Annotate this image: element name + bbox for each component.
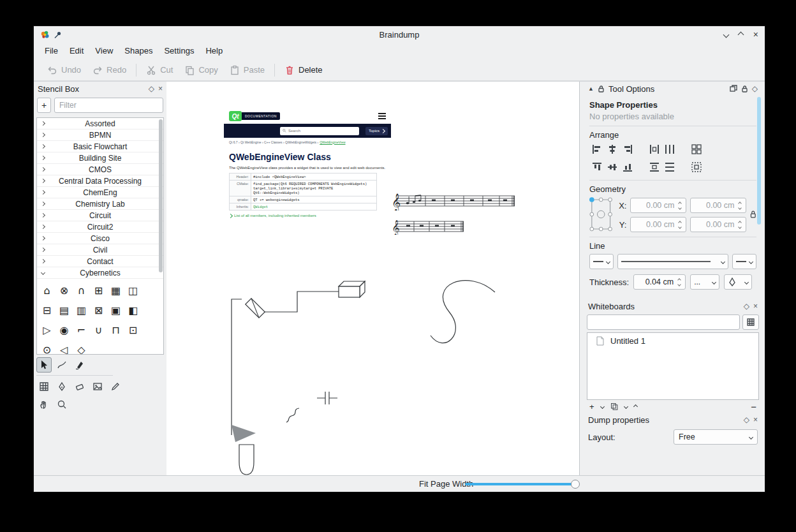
line-start-marker-dropdown[interactable] bbox=[589, 254, 614, 269]
delete-button[interactable]: Delete bbox=[279, 62, 328, 78]
tool-options-scrollbar[interactable] bbox=[757, 97, 761, 293]
whiteboard-list-item[interactable]: Untitled 1 bbox=[587, 333, 758, 347]
maximize-icon[interactable] bbox=[737, 31, 744, 38]
stencil-item[interactable]: ⊠ bbox=[90, 300, 107, 320]
docker-close-icon[interactable]: × bbox=[753, 416, 758, 424]
stencil-item[interactable]: ▦ bbox=[107, 281, 124, 300]
align-vcenter-icon[interactable] bbox=[605, 161, 620, 173]
pencil-tool-button[interactable] bbox=[108, 379, 123, 394]
shape-bullet[interactable] bbox=[239, 445, 254, 475]
dash-pattern-dropdown[interactable]: ... bbox=[690, 274, 719, 290]
layout-combobox[interactable]: Free bbox=[674, 429, 758, 445]
menu-item[interactable]: Shapes bbox=[119, 43, 158, 59]
stencil-category[interactable]: Civil bbox=[37, 244, 163, 256]
docker-float-icon[interactable] bbox=[730, 85, 737, 92]
stencil-item[interactable]: ▤ bbox=[55, 300, 73, 320]
stencil-item[interactable]: ◁ bbox=[55, 340, 73, 355]
align-right-icon[interactable] bbox=[620, 144, 635, 155]
pin-icon[interactable] bbox=[54, 31, 62, 39]
paste-button[interactable]: Paste bbox=[224, 62, 270, 78]
menu-item[interactable]: File bbox=[39, 43, 64, 59]
stencil-item[interactable]: ⊡ bbox=[124, 320, 142, 340]
stencil-item[interactable]: ▷ bbox=[38, 320, 55, 340]
shape-capacitor[interactable] bbox=[317, 392, 337, 404]
stencil-item[interactable]: ⌐ bbox=[73, 320, 90, 340]
stencil-category[interactable]: BPMN bbox=[37, 129, 163, 141]
stencil-category-expanded[interactable]: Cybernetics bbox=[37, 267, 163, 279]
zoom-slider[interactable] bbox=[465, 483, 580, 485]
stencil-item[interactable]: ◇ bbox=[73, 340, 90, 355]
stencil-category[interactable]: Central Data Processing bbox=[37, 175, 163, 187]
docker-float-icon[interactable]: ◇ bbox=[744, 416, 749, 424]
stencil-list-scrollbar[interactable] bbox=[159, 119, 163, 272]
thickness-spinbox[interactable]: 0.04 cm bbox=[633, 274, 686, 290]
stencil-item[interactable]: ∪ bbox=[90, 320, 107, 340]
menu-item[interactable]: Help bbox=[200, 43, 228, 59]
position-anchor-widget[interactable] bbox=[589, 196, 612, 232]
pan-tool-button[interactable] bbox=[36, 397, 52, 412]
stencil-item[interactable]: ⌂ bbox=[38, 281, 55, 300]
shape-gray-triangle[interactable] bbox=[232, 425, 256, 442]
image-tool-button[interactable] bbox=[90, 379, 105, 394]
grid-tool-button[interactable] bbox=[36, 379, 52, 394]
menu-item[interactable]: View bbox=[89, 43, 119, 59]
stencil-item[interactable]: ▥ bbox=[73, 300, 90, 320]
docker-lock-icon[interactable] bbox=[741, 85, 748, 92]
remove-whiteboard-button[interactable]: − bbox=[751, 401, 756, 412]
align-hcenter-icon[interactable] bbox=[605, 144, 620, 155]
redo-button[interactable]: Redo bbox=[87, 62, 132, 78]
stencil-category[interactable]: CMOS bbox=[37, 164, 163, 175]
stencil-item[interactable]: ⊗ bbox=[55, 281, 73, 300]
aspect-lock-icon[interactable] bbox=[750, 207, 756, 222]
group-icon[interactable] bbox=[689, 144, 704, 155]
eraser-tool-button[interactable] bbox=[72, 379, 87, 394]
whiteboard-canvas[interactable]: Qt DOCUMENTATION Search Topics Qt 6.7 › bbox=[166, 82, 580, 475]
align-bottom-icon[interactable] bbox=[620, 161, 635, 173]
stencil-filter-input[interactable] bbox=[54, 98, 163, 113]
stencil-item[interactable]: ⊞ bbox=[90, 281, 107, 300]
docker-close-icon[interactable]: × bbox=[158, 85, 163, 92]
docker-float-icon[interactable]: ◇ bbox=[149, 85, 154, 92]
stencil-item[interactable]: ⊙ bbox=[38, 340, 55, 355]
distribute-h-icon[interactable] bbox=[647, 144, 662, 155]
shape-s-curve[interactable] bbox=[431, 281, 495, 343]
docker-collapse-icon[interactable]: ◇ bbox=[752, 85, 758, 92]
line-cap-button[interactable] bbox=[724, 274, 752, 290]
stencil-category[interactable]: Basic Flowchart bbox=[37, 141, 163, 152]
minimize-icon[interactable] bbox=[723, 31, 729, 38]
stencil-item[interactable]: ◫ bbox=[124, 281, 142, 300]
stencil-item[interactable]: ⊟ bbox=[38, 300, 55, 320]
docker-close-icon[interactable]: × bbox=[753, 302, 758, 310]
move-down-icon[interactable] bbox=[624, 404, 628, 408]
stencil-item[interactable]: ◧ bbox=[124, 300, 142, 320]
duplicate-whiteboard-icon[interactable] bbox=[610, 403, 618, 410]
zoom-slider-track[interactable] bbox=[465, 483, 577, 485]
docker-float-icon[interactable]: ◇ bbox=[744, 302, 749, 310]
add-whiteboard-button[interactable]: + bbox=[589, 403, 594, 411]
whiteboards-header[interactable]: Whiteboards ◇ × bbox=[584, 299, 762, 313]
stencil-category[interactable]: Building Site bbox=[37, 152, 163, 164]
zoom-tool-button[interactable] bbox=[54, 397, 70, 412]
distribute-v-icon[interactable] bbox=[647, 161, 662, 173]
stencil-box-header[interactable]: Stencil Box ◇ × bbox=[34, 82, 166, 96]
view-mode-button[interactable] bbox=[742, 314, 759, 330]
stencil-category[interactable]: Chemistry Lab bbox=[37, 198, 163, 210]
dump-properties-header[interactable]: Dump properties ◇ × bbox=[584, 413, 762, 427]
stencil-category[interactable]: Circuit2 bbox=[37, 221, 163, 233]
shape-cuboid[interactable] bbox=[339, 281, 365, 297]
align-left-icon[interactable] bbox=[589, 144, 605, 155]
stencil-item[interactable]: ◉ bbox=[55, 320, 73, 340]
height-spinbox[interactable]: 0.00 cm bbox=[690, 217, 746, 232]
zoom-slider-handle[interactable] bbox=[571, 480, 580, 489]
shape-bracket-line[interactable] bbox=[232, 299, 242, 435]
move-up-icon[interactable] bbox=[633, 404, 638, 408]
whiteboard-name-input[interactable] bbox=[587, 314, 740, 330]
stencil-item[interactable]: ▣ bbox=[107, 300, 124, 320]
calligraphy-tool-button[interactable] bbox=[72, 357, 87, 373]
y-position-spinbox[interactable]: 0.00 cm bbox=[630, 217, 686, 232]
select-tool-button[interactable] bbox=[36, 357, 52, 373]
stencil-item[interactable]: ⊓ bbox=[107, 320, 124, 340]
line-style-dropdown[interactable] bbox=[617, 254, 728, 269]
add-menu-icon[interactable] bbox=[600, 404, 605, 408]
menu-item[interactable]: Edit bbox=[64, 43, 89, 59]
